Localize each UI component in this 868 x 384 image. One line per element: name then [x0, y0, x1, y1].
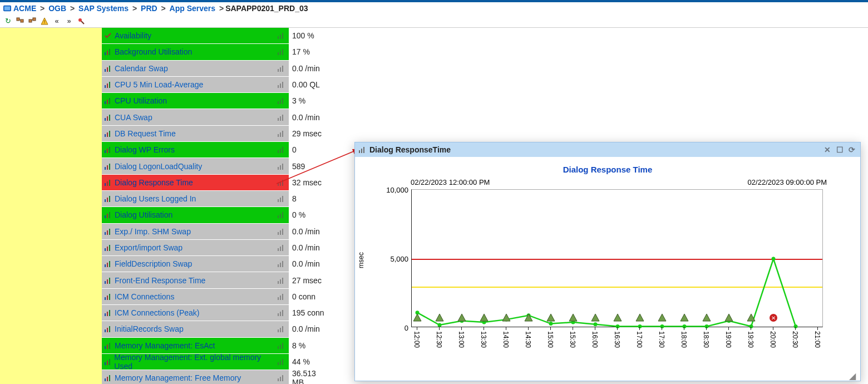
metric-chart-icon[interactable] — [273, 44, 289, 60]
metric-row[interactable]: Dialog Response Time32 msec — [102, 175, 324, 191]
metric-row[interactable]: DB Request Time29 msec — [102, 126, 324, 142]
metric-row[interactable]: Background Utilisation17 % — [102, 44, 324, 60]
metric-row[interactable]: Exp./ Imp. SHM Swap0.0 /min — [102, 224, 324, 240]
metric-value: 195 conn — [289, 305, 324, 321]
metric-value: 32 msec — [289, 175, 324, 190]
tree-collapse-icon[interactable] — [28, 17, 37, 26]
svg-rect-28 — [107, 83, 108, 88]
chart-xtick: 17:00 — [635, 331, 643, 348]
metric-value: 8 — [289, 191, 324, 206]
chevron-left-icon[interactable]: « — [52, 17, 61, 26]
svg-rect-30 — [278, 85, 279, 88]
metric-chart-icon[interactable] — [273, 61, 289, 76]
metric-chart-icon[interactable] — [273, 207, 289, 223]
svg-rect-14 — [282, 33, 283, 39]
metric-row[interactable]: Memory Management: Ext. global memory Us… — [102, 354, 324, 370]
bars-icon — [104, 146, 112, 154]
svg-rect-94 — [107, 263, 108, 267]
metric-chart-icon[interactable] — [273, 158, 289, 174]
metric-name: Export/import Swap — [115, 243, 183, 252]
svg-marker-166 — [458, 314, 466, 321]
svg-rect-130 — [107, 361, 108, 365]
breadcrumb-link[interactable]: OGB — [48, 4, 66, 13]
chart-xtick: 12:00 — [413, 331, 421, 348]
bars-icon — [104, 97, 112, 105]
refresh-chart-icon[interactable]: ⟳ — [847, 145, 857, 155]
svg-rect-44 — [282, 115, 283, 121]
metric-chart-icon[interactable] — [273, 272, 289, 288]
breadcrumb-link[interactable]: App Servers — [170, 4, 215, 13]
chart-panel-titlebar[interactable]: Dialog ResponseTime ✕ ☐ ⟳ — [355, 142, 860, 157]
svg-rect-47 — [109, 131, 110, 137]
metric-chart-icon[interactable] — [273, 224, 289, 239]
metric-row[interactable]: Dialog Utilisation0 % — [102, 207, 324, 223]
metric-row[interactable]: CUA Swap0.0 /min — [102, 109, 324, 125]
tree-expand-icon[interactable] — [16, 17, 24, 26]
metric-chart-icon[interactable] — [273, 370, 289, 384]
metric-row[interactable]: Availability100 % — [102, 28, 324, 44]
metric-chart-icon[interactable] — [273, 126, 289, 141]
metric-row[interactable]: InitialRecords Swap0.0 /min — [102, 321, 324, 337]
metric-row[interactable]: Memory Management: EsAct8 % — [102, 338, 324, 354]
metric-chart-icon[interactable] — [273, 256, 289, 272]
metric-row[interactable]: Front-End Response Time27 msec — [102, 272, 324, 288]
metric-name: Availability — [115, 31, 151, 40]
metric-row[interactable]: CPU 5 Min Load-Average0.00 QL — [102, 77, 324, 93]
svg-rect-99 — [105, 281, 106, 284]
metric-name: Background Utilisation — [115, 47, 192, 56]
metric-chart-icon[interactable] — [273, 289, 289, 304]
svg-rect-61 — [280, 165, 281, 170]
metric-row[interactable]: CPU Utilization3 % — [102, 93, 324, 109]
breadcrumb-link[interactable]: PRD — [141, 4, 157, 13]
metric-chart-icon[interactable] — [273, 77, 289, 92]
metric-name: CPU 5 Min Load-Average — [115, 80, 203, 89]
metric-chart-icon[interactable] — [273, 321, 289, 337]
metric-chart-icon[interactable] — [273, 305, 289, 321]
close-icon[interactable]: ✕ — [822, 145, 832, 155]
svg-rect-75 — [105, 215, 106, 218]
warning-icon[interactable]: ! — [40, 17, 49, 26]
metric-chart-icon[interactable] — [273, 142, 289, 157]
maximize-icon[interactable]: ☐ — [835, 145, 845, 155]
svg-rect-46 — [107, 132, 108, 137]
refresh-icon[interactable]: ↻ — [3, 17, 12, 26]
metric-chart-icon[interactable] — [273, 109, 289, 125]
metric-chart-icon[interactable] — [273, 338, 289, 353]
chevron-right-icon[interactable]: » — [65, 17, 73, 26]
breadcrumb-separator: > — [68, 4, 77, 13]
metric-chart-icon[interactable] — [273, 354, 289, 370]
metric-row[interactable]: Dialog LogonLoadQuality589 — [102, 158, 324, 174]
metric-row[interactable]: Dialog Users Logged In8 — [102, 191, 324, 207]
breadcrumb-link[interactable]: SAP Systems — [78, 4, 129, 13]
metric-row[interactable]: Export/import Swap0.0 /min — [102, 240, 324, 256]
metric-row[interactable]: FieldDescription Swap0.0 /min — [102, 256, 324, 272]
metric-chart-icon[interactable] — [273, 93, 289, 109]
svg-rect-100 — [107, 279, 108, 284]
svg-rect-71 — [109, 196, 110, 202]
metric-chart-icon[interactable] — [273, 175, 289, 190]
breadcrumb-separator: > — [130, 4, 139, 13]
metric-row[interactable]: Memory Management: Free Memory36.513 MB — [102, 370, 324, 384]
metric-chart-icon[interactable] — [273, 240, 289, 255]
metric-row[interactable]: ICM Connections0 conn — [102, 289, 324, 305]
chart-plot-area: 05,00010,000✕ — [411, 189, 823, 327]
breadcrumb-link[interactable]: ACME — [13, 4, 36, 13]
pin-icon[interactable] — [77, 17, 86, 26]
breadcrumb-separator: > — [159, 4, 168, 13]
svg-rect-20 — [282, 49, 283, 55]
bars-icon — [104, 114, 112, 121]
bars-icon — [104, 48, 112, 56]
metric-chart-icon[interactable] — [273, 28, 289, 43]
chart-ytick: 0 — [381, 324, 408, 332]
metric-row[interactable]: Calendar Swap0.0 /min — [102, 61, 324, 77]
metric-name: Front-End Response Time — [115, 276, 205, 285]
svg-rect-68 — [282, 180, 283, 186]
svg-rect-63 — [105, 183, 106, 186]
metric-row[interactable]: ICM Connections (Peak)195 conn — [102, 305, 324, 321]
metric-row[interactable]: Dialog WP Errors0 — [102, 142, 324, 158]
metric-chart-icon[interactable] — [273, 191, 289, 206]
svg-rect-39 — [105, 118, 106, 121]
svg-rect-81 — [105, 232, 106, 235]
svg-rect-49 — [280, 132, 281, 137]
svg-rect-101 — [109, 278, 110, 284]
